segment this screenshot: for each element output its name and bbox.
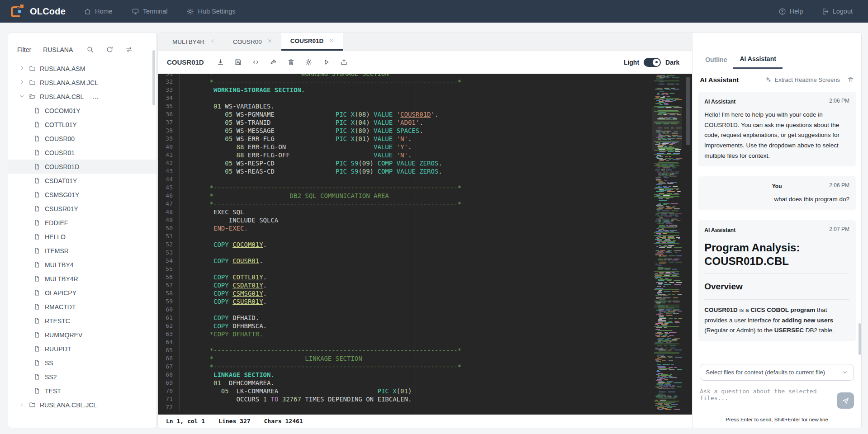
help-icon — [778, 8, 786, 15]
code-editor[interactable]: 3132333435363738394041424344454647484950… — [158, 74, 692, 415]
download-button[interactable] — [217, 58, 224, 66]
folder-menu-button[interactable]: ... — [92, 93, 99, 100]
search-icon[interactable] — [86, 46, 94, 53]
tree-file-rmactdt[interactable]: RMACTDT — [8, 300, 157, 314]
tree-item-label: RUSLANA.ASM.JCL — [40, 79, 98, 86]
editor-scrollbar[interactable] — [685, 74, 691, 415]
save-button[interactable] — [234, 58, 242, 66]
view-source-button[interactable] — [252, 58, 260, 66]
settings-button[interactable] — [305, 58, 313, 66]
chevron-right-icon[interactable] — [19, 79, 25, 86]
nav-home[interactable]: Home — [84, 8, 113, 15]
code-line-52: COPY COCOM01Y. — [187, 241, 461, 249]
tree-file-csusr01y[interactable]: CSUSR01Y — [8, 202, 157, 216]
nav-help[interactable]: Help — [778, 8, 803, 15]
file-icon — [33, 163, 40, 170]
tree-item-label: COUSR01 — [45, 149, 75, 156]
filter-row: Filter RUSLANA — [8, 33, 157, 61]
message-author: AI Assistant — [704, 227, 735, 233]
extract-readme-label: Extract Readme Screens — [774, 76, 840, 83]
theme-toggle[interactable] — [644, 58, 661, 67]
code-line-45: *---------------------------------------… — [187, 184, 461, 192]
build-button[interactable] — [270, 58, 277, 66]
nav-logout[interactable]: Logout — [821, 8, 853, 15]
tree-file-cousr01[interactable]: COUSR01 — [8, 146, 157, 160]
tree-file-ss[interactable]: SS — [8, 356, 157, 370]
close-icon[interactable] — [329, 38, 334, 44]
assistant-title: AI Assistant — [700, 76, 739, 84]
tab-outline[interactable]: Outline — [699, 50, 733, 69]
editor-tab-cousr00[interactable]: COUSR00 — [224, 33, 281, 51]
assistant-panel: Outline AI Assistant AI Assistant Extrac… — [693, 33, 861, 428]
close-icon[interactable] — [267, 38, 272, 45]
tree-file-eddief[interactable]: EDDIEF — [8, 216, 157, 230]
chat-history: AI Assistant2:06 PMHello! I'm here to he… — [693, 90, 861, 359]
message-time: 2:07 PM — [829, 226, 849, 232]
close-icon[interactable] — [210, 38, 215, 45]
tree-file-rtestc[interactable]: RTESTC — [8, 314, 157, 328]
tree-item-label: MULTBY4 — [45, 261, 74, 269]
tree-item-label: COTTL01Y — [45, 121, 77, 128]
refresh-icon[interactable] — [106, 46, 114, 53]
sparkles-icon — [765, 76, 771, 83]
sidebar-scrollbar[interactable] — [152, 50, 155, 105]
code-line-36: 05 WS-PGMNAME PIC X(08) VALUE 'COUSR01D'… — [187, 110, 461, 118]
send-button[interactable] — [837, 392, 854, 409]
tree-item-label: CSDAT01Y — [45, 177, 77, 184]
chat-scrollbar[interactable] — [859, 323, 861, 355]
home-icon — [84, 8, 91, 15]
tree-file-ss2[interactable]: SS2 — [8, 370, 157, 384]
context-files-dropdown[interactable]: Select files for context (defaults to cu… — [700, 364, 854, 381]
code-line-53 — [187, 249, 461, 257]
tree-file-olapicpy[interactable]: OLAPICPY — [8, 286, 157, 300]
editor-tab-multby4r[interactable]: MULTBY4R — [163, 33, 224, 51]
code-line-40: 88 ERR-FLG-ON VALUE 'Y'. — [187, 143, 461, 151]
editor-column: MULTBY4RCOUSR00COUSR01D COUSR01D Light D… — [158, 33, 693, 428]
delete-button[interactable] — [287, 58, 295, 66]
tree-file-itemsr[interactable]: ITEMSR — [8, 244, 157, 258]
clear-chat-button[interactable] — [847, 76, 854, 83]
code-line-44 — [187, 175, 461, 184]
editor-tab-cousr01d[interactable]: COUSR01D — [281, 33, 343, 51]
tree-folder-ruslana.asm[interactable]: RUSLANA.ASM — [8, 61, 157, 75]
question-input[interactable] — [700, 388, 831, 413]
chevron-down-icon[interactable] — [19, 93, 25, 100]
nav-hub-settings[interactable]: Hub Settings — [186, 8, 235, 15]
extract-readme-button[interactable]: Extract Readme Screens — [765, 76, 840, 83]
tree-folder-ruslana.asm.jcl[interactable]: RUSLANA.ASM.JCL — [8, 75, 157, 90]
chat-message-1: AI Assistant2:06 PMHello! I'm here to he… — [698, 92, 856, 166]
tree-file-csmsg01y[interactable]: CSMSG01Y — [8, 188, 157, 202]
tree-file-cottl01y[interactable]: COTTL01Y — [8, 118, 157, 132]
tree-file-rummqrev[interactable]: RUMMQREV — [8, 328, 157, 342]
code-line-58: COPY CSMSG01Y. — [187, 289, 461, 297]
tree-file-test[interactable]: TEST — [8, 384, 157, 398]
filter-input[interactable]: RUSLANA — [43, 46, 73, 53]
code-line-65: *---------------------------------------… — [187, 346, 461, 354]
code-line-41: 88 ERR-FLG-OFF VALUE 'N'. — [187, 151, 461, 159]
tree-file-cocom01y[interactable]: COCOM01Y — [8, 104, 157, 118]
tree-item-label: RUUPDT — [45, 345, 71, 353]
tree-folder-ruslana.cbl.jcl[interactable]: RUSLANA.CBL.JCL — [8, 398, 157, 412]
tree-item-label: COCOM01Y — [45, 107, 81, 114]
tree-folder-ruslana.cbl[interactable]: RUSLANA.CBL... — [8, 90, 157, 104]
upload-button[interactable] — [340, 58, 348, 66]
brand-title: OLCode — [30, 6, 66, 17]
chevron-right-icon[interactable] — [19, 401, 25, 409]
tree-file-hello[interactable]: HELLO — [8, 230, 157, 244]
run-button[interactable] — [323, 58, 330, 66]
tree-file-cousr01d[interactable]: COUSR01D — [8, 160, 157, 174]
tree-file-csdat01y[interactable]: CSDAT01Y — [8, 174, 157, 188]
minimap[interactable] — [652, 75, 682, 410]
tab-ai-assistant[interactable]: AI Assistant — [733, 50, 782, 69]
nav-terminal[interactable]: Terminal — [132, 8, 168, 15]
tree-file-multby4[interactable]: MULTBY4 — [8, 258, 157, 272]
tab-label: MULTBY4R — [172, 38, 204, 45]
tree-file-cousr00[interactable]: COUSR00 — [8, 132, 157, 146]
code-line-69: 01 DFHCOMMAREA. — [187, 379, 461, 387]
file-icon — [33, 233, 40, 240]
tree-file-multby4r[interactable]: MULTBY4R — [8, 272, 157, 286]
transfer-icon[interactable] — [125, 46, 133, 53]
code-line-37: 05 WS-TRANID PIC X(04) VALUE 'AD01'. — [187, 118, 461, 127]
tree-file-ruupdt[interactable]: RUUPDT — [8, 342, 157, 356]
chevron-right-icon[interactable] — [19, 65, 25, 72]
